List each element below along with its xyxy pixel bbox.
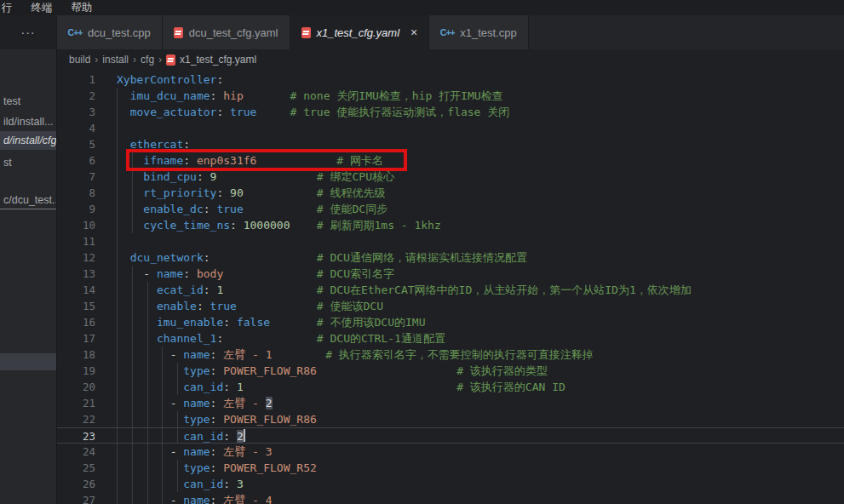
code-line-text[interactable]: - name: 左臂 - 1 # 执行器索引名字，不需要控制的执行器可直接注释掉	[106, 346, 844, 363]
sidebar-file-tree: testild/install...d/install/cfgstc/dcu_t…	[0, 49, 57, 504]
line-number: 10	[57, 217, 106, 233]
token-bool: true	[216, 203, 243, 215]
token-hl: 2	[266, 397, 273, 410]
token-str: enp0s31f6	[197, 154, 256, 167]
code-line-text[interactable]: imu_enable: false # 不使用该DCU的IMU	[106, 314, 844, 330]
breadcrumb-segment[interactable]: build	[69, 54, 90, 66]
token-pln	[117, 445, 170, 458]
token-key: ifname	[143, 154, 183, 167]
code-line-text[interactable]: imu_dcu_name: hip # none 关闭IMU检查，hip 打开I…	[106, 88, 844, 104]
code-line-text[interactable]: - name: 左臂 - 3	[106, 444, 844, 460]
token-punc: :	[230, 219, 237, 232]
sidebar-item[interactable]: d/install/cfg	[0, 131, 56, 150]
token-pln	[223, 186, 230, 199]
line-number: 22	[57, 411, 106, 427]
line-number: 11	[57, 233, 106, 249]
code-line-text[interactable]: enable_dc: true # 使能DC同步	[106, 201, 844, 217]
code-line-text[interactable]: XyberController:	[106, 72, 844, 88]
code-line-text[interactable]: ecat_id: 1 # DCU在EtherCAT网络中的ID，从主站开始，第一…	[106, 282, 844, 298]
code-line: 3 move_actuator: true # true 使能执行器运动测试，f…	[57, 104, 844, 120]
code-line-text[interactable]: - name: 左臂 - 2	[106, 395, 844, 411]
token-punc: :	[223, 430, 230, 443]
line-number: 17	[57, 330, 106, 346]
token-str: POWER_FLOW_R86	[223, 413, 317, 426]
code-editor[interactable]: 1XyberController:2 imu_dcu_name: hip # n…	[57, 70, 844, 504]
code-line-text[interactable]: type: POWER_FLOW_R52	[106, 460, 844, 476]
tab-x1_test_cfg.yaml[interactable]: x1_test_cfg.yaml×	[290, 15, 430, 49]
menu-item[interactable]: 终端	[24, 1, 60, 15]
code-line-text[interactable]: dcu_network: # DCU通信网络，请根据实机连接情况配置	[106, 249, 844, 266]
ellipsis-icon: ···	[21, 26, 36, 39]
code-line-text[interactable]: enable: true # 使能该DCU	[106, 298, 844, 314]
sidebar-item[interactable]: ild/install...	[0, 112, 56, 131]
token-pln	[216, 170, 316, 183]
token-punc: -	[170, 494, 184, 504]
menu-item[interactable]: 帮助	[64, 1, 100, 15]
token-str: body	[197, 267, 223, 280]
breadcrumb-segment[interactable]: cfg	[141, 54, 154, 66]
code-line-text[interactable]: ifname: enp0s31f6 # 网卡名	[106, 152, 844, 169]
token-num: 90	[230, 186, 244, 199]
tab-dcu_test_cfg.yaml[interactable]: dcu_test_cfg.yaml	[163, 15, 290, 49]
code-line: 11	[57, 233, 844, 249]
breadcrumb-segment[interactable]: install	[102, 54, 129, 66]
code-line-text[interactable]: move_actuator: true # true 使能执行器运动测试，fla…	[106, 104, 844, 120]
token-str: POWER_FLOW_R52	[223, 461, 317, 474]
token-pln	[117, 251, 130, 264]
sidebar-selected-row[interactable]	[0, 353, 56, 370]
token-key: name	[183, 494, 210, 504]
token-pln	[117, 300, 157, 312]
menu-item[interactable]: 行	[0, 1, 20, 15]
code-line-text[interactable]: can_id: 3	[106, 476, 844, 492]
token-pln	[223, 267, 317, 280]
line-number: 4	[57, 120, 106, 136]
code-line-text[interactable]: - name: body # DCU索引名字	[106, 266, 844, 282]
code-line: 25 type: POWER_FLOW_R52	[57, 460, 844, 476]
token-cmt: # 执行器索引名字，不需要控制的执行器可直接注释掉	[325, 348, 594, 361]
sidebar-item[interactable]: c/dcu_test...	[0, 191, 56, 209]
sidebar-item[interactable]: test	[0, 92, 56, 111]
code-line-text[interactable]: can_id: 1 # 该执行器的CAN ID	[106, 379, 844, 395]
code-line-text[interactable]: channel_1: # DCU的CTRL-1通道配置	[106, 330, 844, 346]
token-str: 左臂 - 3	[223, 445, 272, 458]
code-line-text[interactable]: - name: 左臂 - 4	[106, 492, 844, 504]
token-pln	[244, 89, 290, 102]
tab-x1_test.cpp[interactable]: C++x1_test.cpp	[429, 15, 529, 49]
yaml-file-icon	[301, 27, 311, 38]
menu-bar: 行终端帮助	[0, 0, 844, 15]
token-key: cycle_time_ns	[143, 219, 230, 232]
token-str: 左臂 - 1	[223, 348, 272, 361]
token-cmt: # none 关闭IMU检查，hip 打开IMU检查	[290, 89, 503, 102]
token-pln	[244, 203, 317, 215]
code-line-text[interactable]: type: POWER_FLOW_R86 # 该执行器的类型	[106, 363, 844, 379]
token-key: type	[183, 413, 210, 426]
code-line: 9 enable_dc: true # 使能DC同步	[57, 201, 844, 217]
code-line-text[interactable]: ethercat:	[106, 136, 844, 152]
breadcrumb-file[interactable]: x1_test_cfg.yaml	[166, 54, 256, 66]
tab-dcu_test.cpp[interactable]: C++dcu_test.cpp	[57, 15, 163, 49]
code-line-text[interactable]: cycle_time_ns: 1000000 # 刷新周期1ms - 1khz	[106, 217, 844, 233]
line-number: 26	[57, 476, 106, 492]
token-num: 3	[237, 478, 244, 490]
token-punc: :	[183, 138, 190, 151]
code-line: 2 imu_dcu_name: hip # none 关闭IMU检查，hip 打…	[57, 88, 844, 104]
editor-actions-overflow[interactable]: ···	[0, 15, 57, 49]
tab-label: dcu_test.cpp	[88, 26, 151, 39]
token-pln	[230, 316, 237, 329]
token-pln	[223, 332, 317, 345]
chevron-right-icon: ›	[158, 54, 162, 66]
token-pln	[117, 106, 130, 118]
code-line-text[interactable]: rt_priority: 90 # 线程优先级	[106, 185, 844, 201]
token-pln	[117, 219, 143, 232]
code-line-text[interactable]: bind_cpu: 9 # 绑定CPU核心	[106, 169, 844, 185]
token-pln	[117, 413, 183, 426]
breadcrumb-file-label: x1_test_cfg.yaml	[180, 54, 256, 66]
sidebar-item[interactable]: st	[0, 153, 56, 172]
token-key: XyberController	[117, 73, 216, 86]
close-tab-icon[interactable]: ×	[411, 26, 417, 38]
token-pln	[237, 219, 244, 232]
token-pln	[190, 154, 197, 167]
token-pln	[117, 364, 183, 377]
code-line-text[interactable]: can_id: 2	[106, 428, 844, 444]
code-line-text[interactable]: type: POWER_FLOW_R86	[106, 411, 844, 427]
